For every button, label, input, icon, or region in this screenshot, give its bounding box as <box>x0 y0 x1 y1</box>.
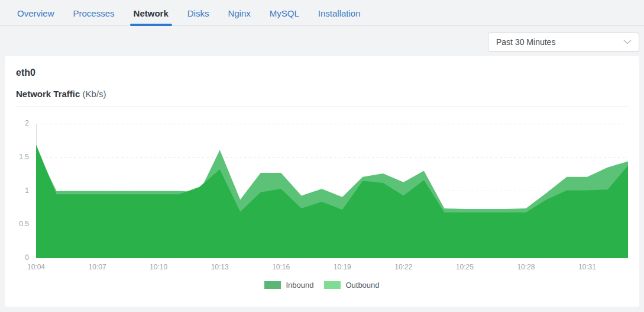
legend-item-inbound: Inbound <box>264 281 313 290</box>
x-axis-label: 10:10 <box>150 263 167 271</box>
chart-title: Network Traffic <box>16 89 80 99</box>
tab-bar: OverviewProcessesNetworkDisksNginxMySQLI… <box>0 0 644 26</box>
chart-legend: InboundOutbound <box>5 281 639 290</box>
time-range-select[interactable]: Past 30 Minutes <box>488 33 639 52</box>
tab-disks[interactable]: Disks <box>184 0 213 25</box>
y-axis-label: 0.5 <box>5 220 29 228</box>
y-axis-label: 2 <box>5 119 29 127</box>
x-axis: 10:0410:0710:1010:1310:1610:1910:2210:25… <box>36 263 628 272</box>
tab-network[interactable]: Network <box>130 0 172 25</box>
legend-swatch-outbound <box>324 281 341 289</box>
legend-item-outbound: Outbound <box>324 281 379 290</box>
y-axis-label: 1 <box>5 186 29 195</box>
x-axis-label: 10:04 <box>27 263 45 271</box>
x-axis-label: 10:07 <box>89 263 106 271</box>
chart-header: Network Traffic (Kb/s) <box>16 89 106 99</box>
x-axis-label: 10:19 <box>334 263 351 271</box>
legend-label: Inbound <box>286 281 313 290</box>
traffic-chart <box>36 124 628 258</box>
y-axis-label: 1.5 <box>5 153 29 161</box>
tab-nginx[interactable]: Nginx <box>224 0 254 25</box>
x-axis-label: 10:31 <box>578 263 596 271</box>
x-axis-label: 10:28 <box>517 263 535 271</box>
toolbar: Past 30 Minutes <box>0 26 644 56</box>
x-axis-label: 10:25 <box>456 263 474 271</box>
tab-installation[interactable]: Installation <box>315 0 364 25</box>
plot-area <box>36 124 628 258</box>
legend-swatch-inbound <box>264 281 281 289</box>
interface-title: eth0 <box>16 67 35 78</box>
chart-unit: (Kb/s) <box>83 89 106 99</box>
tab-processes[interactable]: Processes <box>70 0 118 25</box>
chart-card: eth0 Network Traffic (Kb/s) 00.511.52 10… <box>5 56 639 307</box>
x-axis-label: 10:22 <box>394 263 412 271</box>
y-axis-label: 0 <box>5 253 29 262</box>
network-monitoring-page: OverviewProcessesNetworkDisksNginxMySQLI… <box>0 0 644 312</box>
tab-mysql[interactable]: MySQL <box>266 0 303 25</box>
tab-overview[interactable]: Overview <box>14 0 58 25</box>
legend-label: Outbound <box>345 281 379 290</box>
y-axis: 00.511.52 <box>5 124 29 258</box>
time-range-value: Past 30 Minutes <box>496 37 623 47</box>
x-axis-label: 10:13 <box>211 263 229 271</box>
chevron-down-icon <box>623 40 632 44</box>
title-divider <box>16 107 629 107</box>
x-axis-label: 10:16 <box>272 263 290 271</box>
